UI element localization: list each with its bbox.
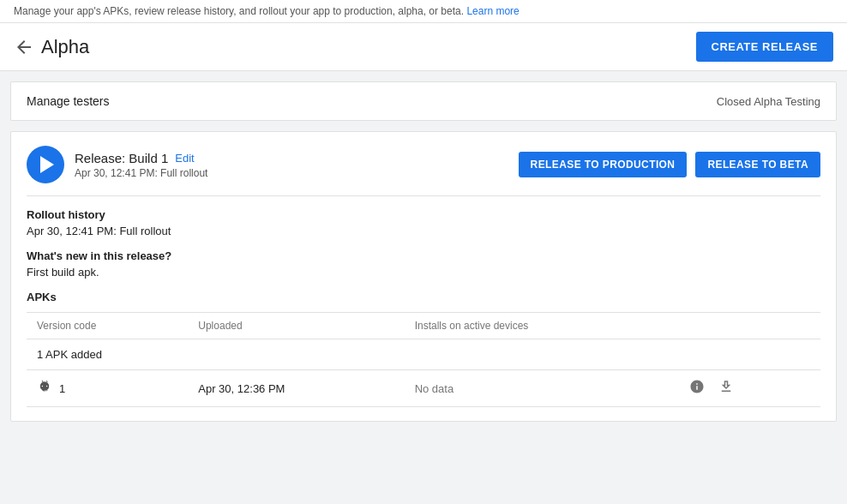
- release-name-row: Release: Build 1 Edit: [75, 151, 207, 165]
- create-release-button[interactable]: CREATE RELEASE: [696, 32, 834, 62]
- col-version-code: Version code: [27, 313, 188, 339]
- release-card: Release: Build 1 Edit Apr 30, 12:41 PM: …: [10, 131, 837, 422]
- apk-uploaded-date: Apr 30, 12:36 PM: [188, 370, 404, 407]
- manage-testers-label: Manage testers: [27, 94, 110, 108]
- info-button[interactable]: [686, 377, 708, 399]
- page-header: Alpha CREATE RELEASE: [0, 23, 847, 71]
- release-name: Release: Build 1: [75, 151, 168, 165]
- release-date: Apr 30, 12:41 PM: Full rollout: [75, 167, 207, 179]
- whats-new-text: First build apk.: [27, 266, 820, 279]
- release-header-left: Release: Build 1 Edit Apr 30, 12:41 PM: …: [27, 146, 207, 183]
- download-button[interactable]: [715, 377, 737, 399]
- whats-new-label: What's new in this release?: [27, 249, 820, 262]
- divider-1: [27, 195, 820, 196]
- closed-alpha-status: Closed Alpha Testing: [717, 95, 820, 108]
- col-uploaded: Uploaded: [188, 313, 404, 339]
- apk-added-text: 1 APK added: [27, 339, 820, 370]
- apk-version-code: 1: [27, 370, 188, 407]
- col-actions: [676, 313, 820, 339]
- page-title: Alpha: [41, 36, 89, 58]
- version-code-value: 1: [59, 382, 65, 395]
- action-icons: [686, 377, 810, 399]
- apk-actions: [676, 370, 820, 407]
- apk-table-header: Version code Uploaded Installs on active…: [27, 313, 820, 339]
- release-to-beta-button[interactable]: RELEASE TO BETA: [695, 152, 820, 177]
- apk-added-row: 1 APK added: [27, 339, 820, 370]
- col-installs: Installs on active devices: [405, 313, 676, 339]
- header-left: Alpha: [14, 36, 89, 58]
- android-icon: [37, 379, 52, 399]
- apk-table: Version code Uploaded Installs on active…: [27, 312, 820, 407]
- table-row: 1 Apr 30, 12:36 PM No data: [27, 370, 820, 407]
- release-title-block: Release: Build 1 Edit Apr 30, 12:41 PM: …: [75, 151, 207, 179]
- apk-installs: No data: [405, 370, 676, 407]
- rollout-history-label: Rollout history: [27, 208, 820, 221]
- release-header: Release: Build 1 Edit Apr 30, 12:41 PM: …: [27, 146, 820, 183]
- back-button[interactable]: [14, 37, 34, 57]
- release-buttons: RELEASE TO PRODUCTION RELEASE TO BETA: [519, 152, 820, 177]
- release-to-production-button[interactable]: RELEASE TO PRODUCTION: [519, 152, 688, 177]
- play-icon: [27, 146, 64, 183]
- manage-testers-section: Manage testers Closed Alpha Testing: [10, 81, 837, 121]
- learn-more-link[interactable]: Learn more: [466, 5, 519, 17]
- top-bar-text: Manage your app's APKs, review release h…: [14, 5, 464, 17]
- apks-label: APKs: [27, 291, 820, 303]
- edit-link[interactable]: Edit: [175, 152, 194, 165]
- top-info-bar: Manage your app's APKs, review release h…: [0, 0, 847, 23]
- rollout-history-text: Apr 30, 12:41 PM: Full rollout: [27, 225, 820, 237]
- play-triangle: [40, 156, 54, 173]
